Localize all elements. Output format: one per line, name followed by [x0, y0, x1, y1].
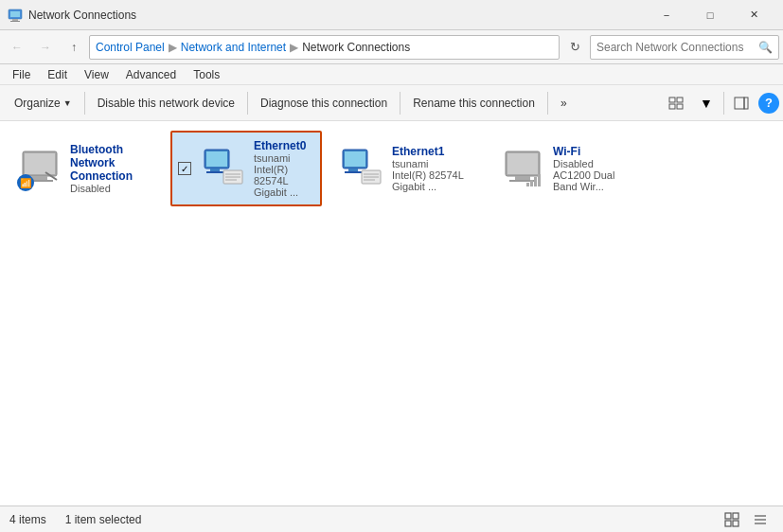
help-button[interactable]: ?	[758, 93, 779, 114]
selected-count: 1 item selected	[65, 513, 142, 526]
ethernet1-icon-container	[339, 146, 384, 191]
wifi-icon-container	[500, 146, 545, 191]
title-bar-text: Network Connections	[28, 9, 645, 22]
breadcrumb-current: Network Connections	[302, 41, 410, 54]
refresh-button[interactable]: ↻	[561, 34, 588, 61]
svg-rect-23	[345, 151, 365, 167]
search-icon: 🔍	[758, 41, 773, 54]
view-dropdown-button[interactable]: ▼	[693, 90, 720, 116]
menu-edit[interactable]: Edit	[39, 65, 76, 84]
ethernet0-info: Ethernet0 tsunami Intel(R) 82574L Gigabi…	[254, 139, 314, 198]
ethernet1-desc: Intel(R) 82574L Gigabit ...	[392, 169, 475, 192]
svg-rect-40	[725, 521, 731, 526]
search-input[interactable]	[596, 41, 758, 54]
organize-label: Organize	[14, 97, 61, 110]
wifi-status: Disabled	[553, 158, 636, 169]
grid-view-icon	[724, 512, 739, 527]
svg-rect-6	[669, 104, 675, 109]
bluetooth-info: Bluetooth NetworkConnection Disabled	[70, 143, 153, 194]
toolbar-separator-2	[247, 92, 248, 115]
svg-rect-5	[677, 98, 683, 102]
diagnose-connection-button[interactable]: Diagnose this connection	[250, 88, 398, 118]
breadcrumb-network-internet[interactable]: Network and Internet	[181, 41, 286, 54]
svg-rect-17	[206, 171, 223, 173]
svg-rect-11	[25, 153, 55, 174]
item-count: 4 items	[9, 513, 46, 526]
computer-icon-ethernet1	[339, 146, 384, 191]
svg-rect-39	[733, 513, 739, 519]
breadcrumb-sep-2: ▶	[290, 41, 298, 54]
breadcrumb-sep-1: ▶	[169, 41, 177, 54]
menu-file[interactable]: File	[4, 65, 39, 84]
view-options-button[interactable]	[663, 90, 689, 116]
svg-rect-2	[12, 19, 18, 21]
svg-rect-24	[348, 168, 358, 171]
toolbar-right: ▼ ?	[663, 90, 779, 116]
svg-rect-37	[538, 174, 541, 186]
maximize-button[interactable]: □	[688, 0, 732, 30]
breadcrumb: Control Panel ▶ Network and Internet ▶ N…	[89, 35, 560, 60]
selection-checkbox: ✓	[178, 162, 191, 175]
menu-bar: File Edit View Advanced Tools	[0, 64, 783, 85]
svg-rect-36	[534, 177, 537, 186]
preview-pane-button[interactable]	[728, 90, 755, 116]
status-bar: 4 items 1 item selected	[0, 505, 783, 532]
menu-tools[interactable]: Tools	[185, 65, 228, 84]
wifi-name: Wi-Fi	[553, 145, 636, 158]
bluetooth-status: Disabled	[70, 183, 153, 194]
svg-rect-16	[210, 168, 220, 171]
svg-rect-35	[530, 180, 533, 186]
ethernet0-sub: tsunami	[254, 152, 314, 164]
minimize-button[interactable]: −	[645, 0, 688, 30]
computer-icon-ethernet0	[201, 146, 246, 191]
rename-connection-button[interactable]: Rename this connection	[402, 88, 545, 118]
network-item-wifi[interactable]: Wi-Fi Disabled AC1200 Dual Band Wir...	[492, 131, 644, 206]
title-bar-controls: − □ ✕	[645, 0, 775, 30]
svg-rect-38	[725, 513, 731, 519]
toolbar-separator-1	[84, 92, 85, 115]
content-area: 📶 Bluetooth NetworkConnection Disabled ✓	[0, 121, 783, 505]
ethernet0-desc: Intel(R) 82574L Gigabit ...	[254, 164, 314, 198]
up-button[interactable]: ↑	[61, 34, 87, 61]
menu-view[interactable]: View	[76, 65, 117, 84]
svg-rect-1	[10, 11, 20, 17]
bluetooth-badge: 📶	[17, 174, 34, 191]
svg-rect-9	[744, 98, 748, 109]
ethernet1-info: Ethernet1 tsunami Intel(R) 82574L Gigabi…	[392, 145, 475, 192]
organize-button[interactable]: Organize ▼	[4, 88, 82, 118]
toolbar-separator-4	[547, 92, 548, 115]
status-bar-right	[719, 506, 774, 533]
svg-rect-8	[735, 98, 744, 109]
ethernet1-name: Ethernet1	[392, 145, 475, 158]
toolbar-separator-5	[723, 92, 724, 115]
title-bar: Network Connections − □ ✕	[0, 0, 783, 30]
svg-rect-41	[733, 521, 739, 526]
wifi-desc: AC1200 Dual Band Wir...	[553, 169, 636, 192]
back-button[interactable]: ←	[4, 34, 30, 61]
status-view-grid-button[interactable]	[719, 506, 745, 533]
network-item-bluetooth[interactable]: 📶 Bluetooth NetworkConnection Disabled	[9, 131, 161, 206]
svg-rect-25	[345, 171, 362, 173]
address-bar: ← → ↑ Control Panel ▶ Network and Intern…	[0, 30, 783, 64]
more-options-button[interactable]: »	[550, 88, 578, 118]
disable-network-button[interactable]: Disable this network device	[87, 88, 245, 118]
wifi-info: Wi-Fi Disabled AC1200 Dual Band Wir...	[553, 145, 636, 192]
close-button[interactable]: ✕	[732, 0, 775, 30]
menu-advanced[interactable]: Advanced	[117, 65, 185, 84]
breadcrumb-control-panel[interactable]: Control Panel	[96, 41, 165, 54]
list-view-icon	[753, 512, 768, 527]
ethernet1-sub: tsunami	[392, 158, 475, 169]
bluetooth-icon-container: 📶	[17, 146, 62, 191]
forward-button[interactable]: →	[32, 34, 59, 61]
status-view-list-button[interactable]	[747, 506, 774, 533]
chevron-down-icon: ▼	[63, 98, 72, 108]
network-item-ethernet0[interactable]: ✓ Ethernet0 tsunami Intel(R) 82574L Giga…	[170, 131, 322, 206]
view-icon	[668, 96, 684, 111]
svg-rect-31	[507, 153, 538, 174]
network-item-ethernet1[interactable]: Ethernet1 tsunami Intel(R) 82574L Gigabi…	[331, 131, 483, 206]
app-icon	[8, 8, 23, 23]
wifi-bars-icon	[526, 173, 543, 189]
bluetooth-name: Bluetooth NetworkConnection	[70, 143, 153, 183]
search-box: 🔍	[590, 35, 779, 60]
svg-rect-34	[526, 183, 529, 186]
